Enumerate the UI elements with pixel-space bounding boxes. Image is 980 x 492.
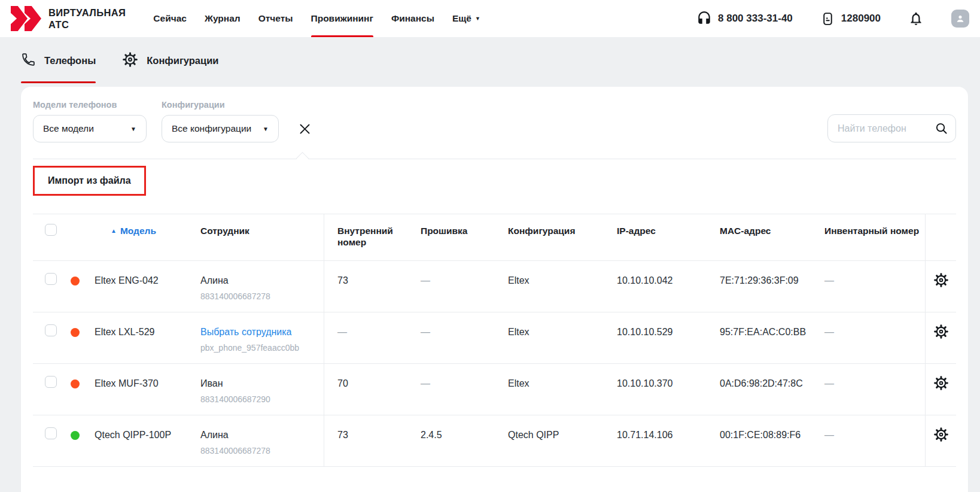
cell-model: Eltex LXL-529: [90, 312, 200, 363]
cell-employee: Алина 883140006687278: [200, 415, 324, 466]
cell-configuration: Qtech QIPP: [508, 415, 617, 466]
nav-item-finance[interactable]: Финансы: [391, 0, 434, 37]
employee-device-id: pbx_phone_957feaacc0bb: [200, 343, 324, 353]
cell-mac: 7E:71:29:36:3F:09: [720, 261, 824, 312]
column-header-mac: MAC-адрес: [720, 214, 824, 260]
models-select[interactable]: Все модели ▼: [33, 115, 147, 142]
cell-ext-number: —: [324, 312, 421, 363]
row-settings-gear-icon[interactable]: [933, 426, 949, 443]
cell-employee: Выбрать сотрудника pbx_phone_957feaacc0b…: [200, 312, 324, 363]
tab-phones[interactable]: Телефоны: [21, 51, 96, 83]
cell-firmware: —: [421, 261, 508, 312]
top-bar: ВИРТУАЛЬНАЯ АТС Сейчас Журнал Отчеты Про…: [0, 0, 980, 37]
phone-search: [827, 114, 956, 142]
cell-inventory: —: [824, 364, 925, 415]
chevron-down-icon: ▼: [130, 126, 136, 132]
tab-phones-label: Телефоны: [44, 55, 96, 66]
cell-ext-number: 73: [324, 261, 421, 312]
cell-firmware: —: [421, 312, 508, 363]
table-row: Eltex ENG-042 Алина 883140006687278 73 —…: [33, 261, 956, 312]
column-header-firmware: Прошивка: [421, 214, 508, 260]
row-checkbox[interactable]: [45, 427, 57, 439]
row-settings-gear-icon[interactable]: [933, 323, 949, 340]
cell-ext-number: 70: [324, 364, 421, 415]
nav-item-now[interactable]: Сейчас: [153, 0, 187, 37]
user-avatar[interactable]: [951, 10, 969, 28]
document-icon: [820, 11, 835, 26]
filter-phone-models: Модели телефонов Все модели ▼: [33, 100, 147, 142]
brand-name: ВИРТУАЛЬНАЯ АТС: [48, 7, 126, 31]
employee-device-id: 883140006687290: [200, 394, 324, 405]
account-number: 1280900: [841, 13, 881, 25]
support-phone[interactable]: 8 800 333-31-40: [696, 11, 793, 26]
nav-item-journal[interactable]: Журнал: [205, 0, 241, 37]
notifications-bell-icon[interactable]: [908, 11, 924, 26]
search-icon[interactable]: [935, 122, 948, 138]
models-select-value: Все модели: [43, 123, 94, 134]
table-header-row: ▲Модель Сотрудник Внутренний номер Проши…: [33, 214, 956, 261]
logo[interactable]: ВИРТУАЛЬНАЯ АТС: [11, 5, 126, 32]
filter-configs-label: Конфигурации: [162, 100, 279, 110]
table-row: Eltex LXL-529 Выбрать сотрудника pbx_pho…: [33, 312, 956, 364]
nav-item-more[interactable]: Ещё ▼: [452, 0, 480, 37]
filters-divider: [33, 159, 956, 159]
cell-inventory: —: [824, 312, 925, 363]
cell-ext-number: 73: [324, 415, 421, 466]
chevron-down-icon: ▼: [475, 16, 480, 22]
cell-configuration: Eltex: [508, 364, 617, 415]
clear-filters-button[interactable]: [294, 115, 315, 142]
sort-asc-icon: ▲: [111, 227, 117, 234]
table-row: Qtech QIPP-100P Алина 883140006687278 73…: [33, 415, 956, 467]
filter-configurations: Конфигурации Все конфигурации ▼: [162, 100, 279, 142]
filter-models-label: Модели телефонов: [33, 100, 147, 110]
configs-select[interactable]: Все конфигурации ▼: [162, 115, 279, 142]
cell-ip: 10.10.10.370: [617, 364, 720, 415]
cell-mac: 00:1F:CE:08:89:F6: [720, 415, 824, 466]
tab-configurations[interactable]: Конфигурации: [122, 51, 218, 83]
cell-configuration: Eltex: [508, 312, 617, 363]
employee-device-id: 883140006687278: [200, 446, 324, 456]
cell-configuration: Eltex: [508, 261, 617, 312]
status-dot: [71, 379, 80, 388]
cell-mac: 95:7F:EA:AC:C0:BB: [720, 312, 824, 363]
nav-item-provisioning[interactable]: Провижининг: [311, 0, 373, 37]
cell-model: Eltex MUF-370: [90, 364, 200, 415]
column-header-ext-number: Внутренний номер: [324, 214, 421, 260]
column-header-model[interactable]: ▲Модель: [90, 214, 200, 260]
cell-employee: Алина 883140006687278: [200, 261, 324, 312]
filters-row: Модели телефонов Все модели ▼ Конфигурац…: [33, 100, 956, 142]
row-settings-gear-icon[interactable]: [933, 375, 949, 391]
column-header-employee: Сотрудник: [200, 214, 324, 260]
cell-ip: 10.10.10.042: [617, 261, 720, 312]
configs-select-value: Все конфигурации: [172, 123, 251, 134]
import-annotation-highlight: Импорт из файла: [33, 166, 146, 196]
row-checkbox[interactable]: [45, 273, 57, 285]
cell-inventory: —: [824, 261, 925, 312]
row-checkbox[interactable]: [45, 324, 57, 336]
column-header-ip: IP-адрес: [617, 214, 720, 260]
cell-mac: 0A:D6:98:2D:47:8C: [720, 364, 824, 415]
row-settings-gear-icon[interactable]: [933, 272, 949, 288]
phones-table: ▲Модель Сотрудник Внутренний номер Проши…: [33, 214, 956, 467]
column-header-configuration: Конфигурация: [508, 214, 617, 260]
cell-ip: 10.71.14.106: [617, 415, 720, 466]
cell-firmware: —: [421, 364, 508, 415]
row-checkbox[interactable]: [45, 376, 57, 388]
cell-inventory: —: [824, 415, 925, 466]
cell-ip: 10.10.10.529: [617, 312, 720, 363]
select-all-checkbox[interactable]: [45, 224, 57, 236]
import-from-file-button[interactable]: Импорт из файла: [35, 168, 144, 194]
tab-configurations-label: Конфигурации: [147, 55, 218, 66]
cell-employee: Иван 883140006687290: [200, 364, 324, 415]
employee-device-id: 883140006687278: [200, 291, 324, 302]
chevron-down-icon: ▼: [263, 126, 269, 132]
nav-item-reports[interactable]: Отчеты: [258, 0, 293, 37]
gear-icon: [122, 51, 138, 70]
choose-employee-link[interactable]: Выбрать сотрудника: [200, 326, 324, 338]
phone-icon: [21, 52, 36, 69]
status-dot: [71, 431, 80, 440]
account-number-widget[interactable]: 1280900: [820, 11, 881, 26]
status-dot: [71, 328, 80, 337]
cell-model: Qtech QIPP-100P: [90, 415, 200, 466]
column-header-inventory: Инвентарный номер: [824, 214, 925, 260]
